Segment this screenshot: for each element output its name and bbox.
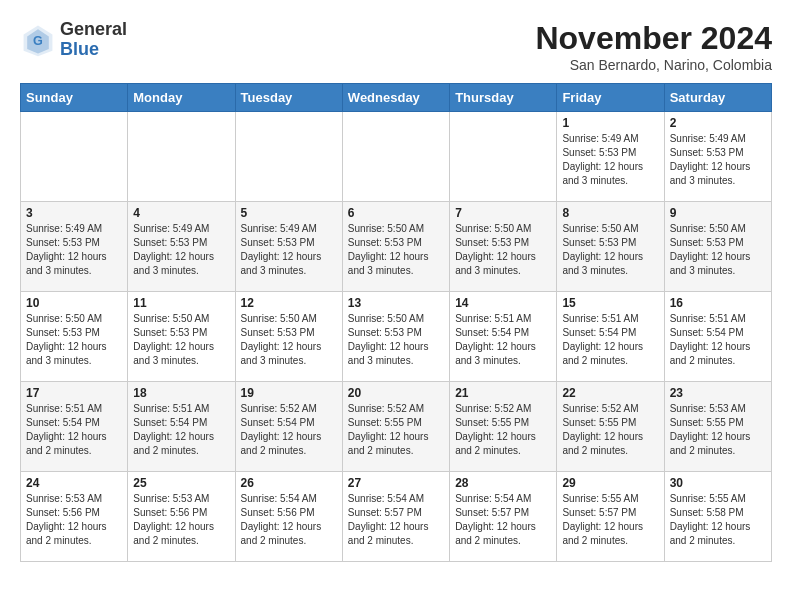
day-info: Sunrise: 5:51 AM Sunset: 5:54 PM Dayligh… [670,312,766,368]
day-info: Sunrise: 5:50 AM Sunset: 5:53 PM Dayligh… [348,222,444,278]
day-header-wednesday: Wednesday [342,84,449,112]
day-number: 26 [241,476,337,490]
day-number: 12 [241,296,337,310]
day-header-monday: Monday [128,84,235,112]
day-number: 19 [241,386,337,400]
calendar-cell: 12Sunrise: 5:50 AM Sunset: 5:53 PM Dayli… [235,292,342,382]
day-number: 9 [670,206,766,220]
calendar-week-1: 1Sunrise: 5:49 AM Sunset: 5:53 PM Daylig… [21,112,772,202]
day-number: 18 [133,386,229,400]
calendar-cell: 22Sunrise: 5:52 AM Sunset: 5:55 PM Dayli… [557,382,664,472]
day-info: Sunrise: 5:50 AM Sunset: 5:53 PM Dayligh… [670,222,766,278]
calendar-cell: 19Sunrise: 5:52 AM Sunset: 5:54 PM Dayli… [235,382,342,472]
calendar-week-2: 3Sunrise: 5:49 AM Sunset: 5:53 PM Daylig… [21,202,772,292]
day-number: 28 [455,476,551,490]
day-info: Sunrise: 5:54 AM Sunset: 5:57 PM Dayligh… [348,492,444,548]
calendar-cell: 13Sunrise: 5:50 AM Sunset: 5:53 PM Dayli… [342,292,449,382]
logo-text: General Blue [60,20,127,60]
day-header-sunday: Sunday [21,84,128,112]
calendar-cell [128,112,235,202]
calendar-cell: 6Sunrise: 5:50 AM Sunset: 5:53 PM Daylig… [342,202,449,292]
header-row: SundayMondayTuesdayWednesdayThursdayFrid… [21,84,772,112]
day-info: Sunrise: 5:50 AM Sunset: 5:53 PM Dayligh… [348,312,444,368]
calendar-header: SundayMondayTuesdayWednesdayThursdayFrid… [21,84,772,112]
day-info: Sunrise: 5:50 AM Sunset: 5:53 PM Dayligh… [26,312,122,368]
day-number: 27 [348,476,444,490]
logo: G General Blue [20,20,127,60]
day-number: 17 [26,386,122,400]
calendar-cell: 10Sunrise: 5:50 AM Sunset: 5:53 PM Dayli… [21,292,128,382]
calendar-cell: 20Sunrise: 5:52 AM Sunset: 5:55 PM Dayli… [342,382,449,472]
calendar-cell: 23Sunrise: 5:53 AM Sunset: 5:55 PM Dayli… [664,382,771,472]
day-number: 2 [670,116,766,130]
day-info: Sunrise: 5:49 AM Sunset: 5:53 PM Dayligh… [670,132,766,188]
calendar-cell [342,112,449,202]
day-number: 30 [670,476,766,490]
calendar-cell: 17Sunrise: 5:51 AM Sunset: 5:54 PM Dayli… [21,382,128,472]
calendar-table: SundayMondayTuesdayWednesdayThursdayFrid… [20,83,772,562]
title-block: November 2024 San Bernardo, Narino, Colo… [535,20,772,73]
logo-blue: Blue [60,39,99,59]
calendar-week-3: 10Sunrise: 5:50 AM Sunset: 5:53 PM Dayli… [21,292,772,382]
calendar-cell: 25Sunrise: 5:53 AM Sunset: 5:56 PM Dayli… [128,472,235,562]
day-number: 3 [26,206,122,220]
calendar-cell: 14Sunrise: 5:51 AM Sunset: 5:54 PM Dayli… [450,292,557,382]
day-info: Sunrise: 5:51 AM Sunset: 5:54 PM Dayligh… [133,402,229,458]
day-number: 5 [241,206,337,220]
day-info: Sunrise: 5:50 AM Sunset: 5:53 PM Dayligh… [241,312,337,368]
day-number: 23 [670,386,766,400]
day-header-tuesday: Tuesday [235,84,342,112]
day-number: 6 [348,206,444,220]
location-subtitle: San Bernardo, Narino, Colombia [535,57,772,73]
day-info: Sunrise: 5:53 AM Sunset: 5:56 PM Dayligh… [26,492,122,548]
day-number: 7 [455,206,551,220]
day-number: 21 [455,386,551,400]
calendar-cell: 2Sunrise: 5:49 AM Sunset: 5:53 PM Daylig… [664,112,771,202]
day-info: Sunrise: 5:51 AM Sunset: 5:54 PM Dayligh… [26,402,122,458]
day-number: 25 [133,476,229,490]
calendar-cell: 18Sunrise: 5:51 AM Sunset: 5:54 PM Dayli… [128,382,235,472]
calendar-body: 1Sunrise: 5:49 AM Sunset: 5:53 PM Daylig… [21,112,772,562]
day-number: 24 [26,476,122,490]
day-number: 1 [562,116,658,130]
day-header-friday: Friday [557,84,664,112]
day-info: Sunrise: 5:49 AM Sunset: 5:53 PM Dayligh… [241,222,337,278]
day-number: 20 [348,386,444,400]
svg-text:G: G [33,34,43,48]
calendar-cell: 11Sunrise: 5:50 AM Sunset: 5:53 PM Dayli… [128,292,235,382]
calendar-week-4: 17Sunrise: 5:51 AM Sunset: 5:54 PM Dayli… [21,382,772,472]
day-number: 22 [562,386,658,400]
calendar-cell: 24Sunrise: 5:53 AM Sunset: 5:56 PM Dayli… [21,472,128,562]
calendar-cell [21,112,128,202]
day-info: Sunrise: 5:54 AM Sunset: 5:56 PM Dayligh… [241,492,337,548]
day-info: Sunrise: 5:49 AM Sunset: 5:53 PM Dayligh… [26,222,122,278]
day-number: 8 [562,206,658,220]
calendar-cell: 15Sunrise: 5:51 AM Sunset: 5:54 PM Dayli… [557,292,664,382]
calendar-cell: 16Sunrise: 5:51 AM Sunset: 5:54 PM Dayli… [664,292,771,382]
day-number: 4 [133,206,229,220]
calendar-cell [450,112,557,202]
day-number: 10 [26,296,122,310]
calendar-cell: 8Sunrise: 5:50 AM Sunset: 5:53 PM Daylig… [557,202,664,292]
day-info: Sunrise: 5:49 AM Sunset: 5:53 PM Dayligh… [562,132,658,188]
calendar-cell: 28Sunrise: 5:54 AM Sunset: 5:57 PM Dayli… [450,472,557,562]
day-number: 13 [348,296,444,310]
calendar-cell: 1Sunrise: 5:49 AM Sunset: 5:53 PM Daylig… [557,112,664,202]
day-info: Sunrise: 5:54 AM Sunset: 5:57 PM Dayligh… [455,492,551,548]
day-info: Sunrise: 5:51 AM Sunset: 5:54 PM Dayligh… [562,312,658,368]
calendar-cell: 27Sunrise: 5:54 AM Sunset: 5:57 PM Dayli… [342,472,449,562]
calendar-cell: 3Sunrise: 5:49 AM Sunset: 5:53 PM Daylig… [21,202,128,292]
day-info: Sunrise: 5:52 AM Sunset: 5:55 PM Dayligh… [455,402,551,458]
calendar-week-5: 24Sunrise: 5:53 AM Sunset: 5:56 PM Dayli… [21,472,772,562]
day-info: Sunrise: 5:52 AM Sunset: 5:55 PM Dayligh… [348,402,444,458]
calendar-cell: 7Sunrise: 5:50 AM Sunset: 5:53 PM Daylig… [450,202,557,292]
day-info: Sunrise: 5:53 AM Sunset: 5:56 PM Dayligh… [133,492,229,548]
calendar-cell: 4Sunrise: 5:49 AM Sunset: 5:53 PM Daylig… [128,202,235,292]
logo-general: General [60,19,127,39]
day-info: Sunrise: 5:52 AM Sunset: 5:54 PM Dayligh… [241,402,337,458]
day-info: Sunrise: 5:50 AM Sunset: 5:53 PM Dayligh… [133,312,229,368]
calendar-cell: 26Sunrise: 5:54 AM Sunset: 5:56 PM Dayli… [235,472,342,562]
day-number: 15 [562,296,658,310]
day-header-thursday: Thursday [450,84,557,112]
day-header-saturday: Saturday [664,84,771,112]
